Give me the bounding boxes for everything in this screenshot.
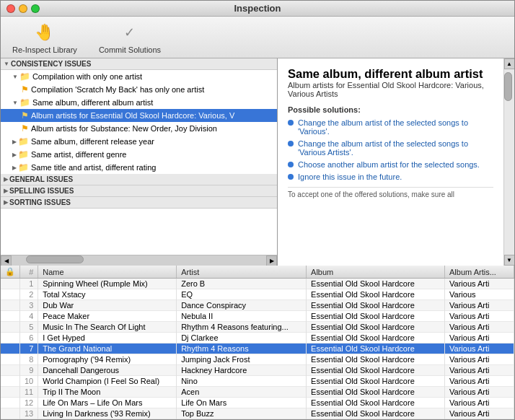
table-row[interactable]: 11Trip II The MoonAcenEssential Old Skoo… — [1, 387, 514, 398]
vscroll-thumb[interactable] — [504, 72, 512, 101]
cell-name: Spinning Wheel (Rumple Mix) — [38, 279, 177, 289]
cell-artist: Nebula II — [177, 311, 307, 322]
cell-albumartist: Various Arti — [445, 408, 514, 419]
solution-1[interactable]: Change the album artist of the selected … — [288, 118, 493, 136]
table-row[interactable]: 6I Get HypedDj ClarkeeEssential Old Skoo… — [1, 333, 514, 344]
consistency-section[interactable]: ▼ CONSISTENCY ISSUES — [1, 58, 277, 70]
cell-num: 8 — [20, 354, 38, 365]
folder-icon5: 📁 — [18, 162, 29, 172]
diff-rating-item[interactable]: ▶ 📁 Same title and artist, different rat… — [1, 161, 277, 174]
cell-albumartist: Various Arti — [445, 365, 514, 376]
same-album-group[interactable]: ▼ 📁 Same album, different album artist — [1, 96, 277, 109]
table-row[interactable]: 10World Champion (I Feel So Real)NinoEss… — [1, 376, 514, 387]
table-row[interactable]: 1Spinning Wheel (Rumple Mix)Zero BEssent… — [1, 279, 514, 289]
table-row[interactable]: 4Peace MakerNebula IIEssential Old Skool… — [1, 311, 514, 322]
maximize-button[interactable] — [31, 4, 40, 13]
table-row[interactable]: 3Dub WarDance ConspiracyEssential Old Sk… — [1, 300, 514, 311]
folder-icon3: 📁 — [18, 136, 29, 146]
detail-description: Album artists for Essential Old Skool Ha… — [288, 81, 493, 98]
solution-2-link[interactable]: Change the album artist of the selected … — [298, 139, 493, 157]
cell-lock — [1, 289, 20, 300]
general-label: GENERAL ISSUES — [9, 175, 73, 183]
cell-num: 9 — [20, 365, 38, 376]
cell-albumartist: Various Arti — [445, 311, 514, 322]
table-row[interactable]: 5Music In The Search Of LightRhythm 4 Re… — [1, 322, 514, 333]
close-button[interactable] — [6, 4, 15, 13]
compilation-triangle: ▼ — [12, 74, 18, 80]
commit-button[interactable]: ✓ Commit Solutions — [99, 21, 161, 54]
cell-name: Trip II The Moon — [38, 387, 177, 398]
table-row[interactable]: 12Life On Mars – Life On MarsLife On Mar… — [1, 398, 514, 408]
col-header-artist[interactable]: Artist — [177, 266, 307, 279]
folder-icon2: 📁 — [19, 97, 30, 108]
issues-tree: ▼ CONSISTENCY ISSUES ▼ 📁 Compilation wit… — [1, 58, 278, 255]
compilation-group[interactable]: ▼ 📁 Compilation with only one artist — [1, 70, 277, 83]
vscroll-down[interactable]: ▼ — [504, 255, 515, 266]
detail-panel: Same album, different album artist Album… — [278, 58, 503, 266]
cell-num: 6 — [20, 333, 38, 344]
cell-album: Essential Old Skool Hardcore — [307, 398, 445, 408]
diff-release-item[interactable]: ▶ 📁 Same album, different release year — [1, 135, 277, 148]
general-triangle: ▶ — [4, 176, 8, 183]
essential-osh-item[interactable]: ⚑ Album artists for Essential Old Skool … — [1, 109, 277, 122]
cell-album: Essential Old Skool Hardcore — [307, 376, 445, 387]
cell-lock — [1, 300, 20, 311]
scratchy-item[interactable]: ⚑ Compilation 'Scratch My Back' has only… — [1, 83, 277, 96]
table-row[interactable]: 13Living In Darkness ('93 Remix)Top Buzz… — [1, 408, 514, 419]
commit-label: Commit Solutions — [99, 45, 161, 54]
cell-lock — [1, 311, 20, 322]
solution-1-link[interactable]: Change the album artist of the selected … — [298, 118, 493, 136]
substance-item[interactable]: ⚑ Album artists for Substance: New Order… — [1, 122, 277, 135]
general-section[interactable]: ▶ GENERAL ISSUES — [1, 174, 277, 185]
col-header-albumartist[interactable]: Album Artis... — [445, 266, 514, 279]
issues-panel: ▼ CONSISTENCY ISSUES ▼ 📁 Compilation wit… — [1, 58, 278, 266]
reinspect-button[interactable]: 🤚 Re-Inspect Library — [12, 21, 77, 54]
expand-triangle: ▼ — [4, 61, 9, 67]
cell-num: 5 — [20, 322, 38, 333]
table-row[interactable]: 8Pornography ('94 Remix)Jumping Jack Fro… — [1, 354, 514, 365]
solution-4[interactable]: Ignore this issue in the future. — [288, 172, 493, 181]
solutions-list: Change the album artist of the selected … — [288, 118, 493, 181]
table-row[interactable]: 7The Grand NationalRhythm 4 ReasonsEssen… — [1, 344, 514, 354]
reinspect-label: Re-Inspect Library — [12, 45, 77, 54]
cell-album: Essential Old Skool Hardcore — [307, 311, 445, 322]
titlebar: Inspection — [1, 1, 514, 17]
same-album-label: Same album, different album artist — [32, 98, 153, 107]
spelling-section[interactable]: ▶ SPELLING ISSUES — [1, 185, 277, 197]
cell-artist: Hackney Hardcore — [177, 365, 307, 376]
cell-num: 1 — [20, 279, 38, 289]
cell-lock — [1, 387, 20, 398]
cell-album: Essential Old Skool Hardcore — [307, 289, 445, 300]
solution-2[interactable]: Change the album artist of the selected … — [288, 139, 493, 157]
cell-num: 2 — [20, 289, 38, 300]
compilation-label: Compilation with only one artist — [32, 72, 142, 81]
cell-lock — [1, 322, 20, 333]
hscroll-left[interactable]: ◀ — [1, 255, 12, 266]
cell-artist: Life On Mars — [177, 398, 307, 408]
table-row[interactable]: 9Dancehall DangerousHackney HardcoreEsse… — [1, 365, 514, 376]
minimize-button[interactable] — [19, 4, 27, 13]
diff-rating-label: Same title and artist, different rating — [31, 163, 156, 172]
col-header-name[interactable]: Name — [38, 266, 177, 279]
cell-lock — [1, 333, 20, 344]
essential-osh-label: Album artists for Essential Old Skool Ha… — [31, 111, 234, 120]
cell-name: Dancehall Dangerous — [38, 365, 177, 376]
cell-albumartist: Various Arti — [445, 333, 514, 344]
hscroll-track — [12, 255, 266, 266]
diff-genre-item[interactable]: ▶ 📁 Same artist, different genre — [1, 148, 277, 161]
table-row[interactable]: 2Total XstacyEQEssential Old Skool Hardc… — [1, 289, 514, 300]
vscroll-up[interactable]: ▲ — [504, 58, 515, 69]
cell-lock — [1, 279, 20, 289]
hscroll-right[interactable]: ▶ — [266, 255, 277, 266]
solution-4-link[interactable]: Ignore this issue in the future. — [298, 172, 402, 181]
sorting-section[interactable]: ▶ SORTING ISSUES — [1, 197, 277, 209]
main-window: Inspection 🤚 Re-Inspect Library ✓ Commit… — [0, 0, 515, 420]
bullet-icon4 — [288, 174, 294, 180]
cell-num: 7 — [20, 344, 38, 354]
solution-3[interactable]: Choose another album artist for the sele… — [288, 160, 493, 169]
sorting-triangle: ▶ — [4, 199, 8, 206]
col-header-album[interactable]: Album — [307, 266, 445, 279]
solution-3-link[interactable]: Choose another album artist for the sele… — [298, 160, 480, 169]
cell-albumartist: Various Arti — [445, 387, 514, 398]
hscroll-thumb[interactable] — [26, 255, 84, 263]
